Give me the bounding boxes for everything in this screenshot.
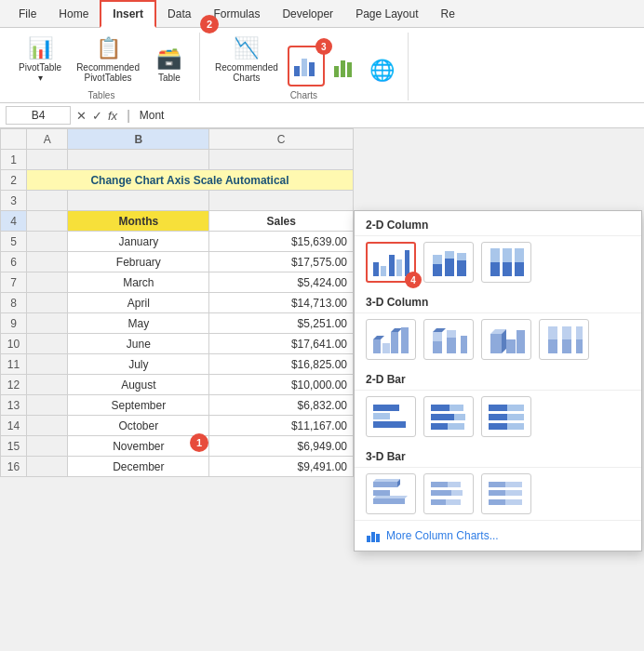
col-header-a[interactable]: A bbox=[27, 129, 68, 150]
cell-month-12[interactable]: August bbox=[68, 375, 209, 395]
cell-month-13[interactable]: September bbox=[68, 395, 209, 416]
3d-stacked-bar-option[interactable] bbox=[423, 473, 474, 514]
cell-a8[interactable] bbox=[27, 293, 68, 313]
2d-clustered-bar-option[interactable] bbox=[366, 396, 416, 437]
cancel-formula-icon[interactable]: ✕ bbox=[76, 109, 87, 123]
column-chart-button[interactable]: 3 bbox=[288, 46, 325, 86]
cell-b3[interactable] bbox=[68, 191, 209, 211]
svg-rect-26 bbox=[391, 332, 398, 353]
tab-file[interactable]: File bbox=[7, 2, 47, 26]
cell-month-11[interactable]: July bbox=[68, 354, 209, 375]
cell-sales-14[interactable]: $11,167.00 bbox=[209, 416, 354, 436]
tab-developer[interactable]: Developer bbox=[271, 2, 344, 26]
more-column-charts-link[interactable]: More Column Charts... bbox=[355, 520, 641, 551]
cell-a15[interactable] bbox=[27, 436, 68, 457]
3d-stacked-column-option[interactable] bbox=[423, 319, 474, 360]
cell-c1[interactable] bbox=[209, 150, 354, 170]
cell-c3[interactable] bbox=[209, 191, 354, 211]
tab-home[interactable]: Home bbox=[47, 2, 100, 26]
header-months-cell[interactable]: Months bbox=[68, 211, 209, 232]
cell-a6[interactable] bbox=[27, 252, 68, 272]
cell-sales-13[interactable]: $6,832.00 bbox=[209, 395, 354, 416]
pivottable-button[interactable]: 📊 PivotTable▾ bbox=[13, 33, 67, 86]
chart-globe-button[interactable]: 🌐 bbox=[366, 55, 398, 86]
row-num-14: 14 bbox=[1, 416, 27, 436]
cell-a3[interactable] bbox=[27, 191, 68, 211]
badge-3: 3 bbox=[315, 38, 332, 55]
cell-sales-11[interactable]: $16,825.00 bbox=[209, 354, 354, 375]
cell-sales-16[interactable]: $9,491.00 bbox=[209, 457, 354, 477]
tables-group-items: 📊 PivotTable▾ 📋 RecommendedPivotTables 🗃… bbox=[13, 33, 190, 86]
table-button[interactable]: 🗃️ Table bbox=[149, 43, 190, 86]
cell-sales-7[interactable]: $5,424.00 bbox=[209, 272, 354, 293]
badge-2: 2 bbox=[200, 15, 219, 33]
tab-data[interactable]: Data bbox=[156, 2, 202, 26]
cell-sales-10[interactable]: $17,641.00 bbox=[209, 334, 354, 354]
cell-a10[interactable] bbox=[27, 334, 68, 354]
cell-a16[interactable] bbox=[27, 457, 68, 477]
cell-a4[interactable] bbox=[27, 211, 68, 232]
cell-a14[interactable] bbox=[27, 416, 68, 436]
cell-month-15[interactable]: November bbox=[68, 436, 209, 457]
cell-a9[interactable] bbox=[27, 313, 68, 334]
recommended-charts-button[interactable]: 📉 RecommendedCharts bbox=[209, 33, 284, 86]
cell-b1[interactable] bbox=[68, 150, 209, 170]
cell-a5[interactable] bbox=[27, 232, 68, 252]
3d-100pct-bar-option[interactable] bbox=[481, 473, 531, 514]
tab-pagelayout[interactable]: Page Layout bbox=[344, 2, 429, 26]
confirm-formula-icon[interactable]: ✓ bbox=[92, 109, 102, 123]
cell-a7[interactable] bbox=[27, 272, 68, 293]
spreadsheet-wrapper: A B C 1 2 Change Chart Axis Scale Automa… bbox=[0, 128, 644, 477]
col-header-c[interactable]: C bbox=[209, 129, 354, 150]
cell-a1[interactable] bbox=[27, 150, 68, 170]
ribbon-tabs: File Home Insert Data Formulas Developer… bbox=[0, 0, 644, 28]
row-num-8: 8 bbox=[1, 293, 27, 313]
formula-content[interactable]: Mont bbox=[140, 109, 638, 122]
cell-month-9[interactable]: May bbox=[68, 313, 209, 334]
cell-month-10[interactable]: June bbox=[68, 334, 209, 354]
chart-type-more-button[interactable] bbox=[329, 49, 362, 86]
svg-rect-16 bbox=[457, 253, 466, 260]
svg-rect-13 bbox=[445, 259, 454, 276]
table-row: 2 Change Chart Axis Scale Automatical bbox=[1, 170, 354, 191]
3d-clustered-column-option[interactable] bbox=[366, 319, 416, 360]
svg-rect-22 bbox=[515, 248, 524, 262]
cell-reference-box[interactable]: B4 bbox=[6, 106, 71, 125]
cell-a12[interactable] bbox=[27, 375, 68, 395]
3d-column-option[interactable] bbox=[481, 319, 531, 360]
cell-a11[interactable] bbox=[27, 354, 68, 375]
svg-rect-60 bbox=[507, 423, 524, 430]
title-cell[interactable]: Change Chart Axis Scale Automatical bbox=[27, 170, 354, 191]
3d-clustered-bar-option[interactable] bbox=[366, 473, 416, 514]
3d-100pct-column-option[interactable] bbox=[539, 319, 589, 360]
cell-month-8[interactable]: April bbox=[68, 293, 209, 313]
header-sales-cell[interactable]: Sales bbox=[209, 211, 354, 232]
2d-100pct-bar-option[interactable] bbox=[481, 396, 531, 437]
recommended-pivottables-button[interactable]: 📋 RecommendedPivotTables bbox=[71, 33, 145, 86]
cell-sales-15[interactable]: $6,949.00 bbox=[209, 436, 354, 457]
2d-100pct-column-option[interactable] bbox=[481, 242, 531, 283]
cell-month-5[interactable]: January bbox=[68, 232, 209, 252]
svg-rect-32 bbox=[447, 338, 456, 353]
cell-sales-12[interactable]: $10,000.00 bbox=[209, 375, 354, 395]
cell-sales-5[interactable]: $15,639.00 bbox=[209, 232, 354, 252]
svg-rect-41 bbox=[548, 326, 557, 339]
insert-function-icon[interactable]: fx bbox=[108, 109, 117, 123]
svg-rect-15 bbox=[457, 260, 466, 276]
svg-rect-45 bbox=[576, 326, 583, 339]
cell-month-6[interactable]: February bbox=[68, 252, 209, 272]
cell-sales-9[interactable]: $5,251.00 bbox=[209, 313, 354, 334]
2d-stacked-column-option[interactable] bbox=[423, 242, 474, 283]
2d-clustered-column-option[interactable]: 4 bbox=[366, 242, 416, 283]
tab-insert[interactable]: Insert bbox=[100, 0, 156, 28]
cell-month-7[interactable]: March bbox=[68, 272, 209, 293]
2d-stacked-bar-option[interactable] bbox=[423, 396, 474, 437]
col-header-b[interactable]: B bbox=[68, 129, 209, 150]
cell-sales-6[interactable]: $17,575.00 bbox=[209, 252, 354, 272]
tab-re[interactable]: Re bbox=[430, 2, 466, 26]
cell-month-16[interactable]: December bbox=[68, 457, 209, 477]
cell-a13[interactable] bbox=[27, 395, 68, 416]
cell-month-14[interactable]: October bbox=[68, 416, 209, 436]
svg-rect-11 bbox=[433, 264, 442, 276]
cell-sales-8[interactable]: $14,713.00 bbox=[209, 293, 354, 313]
